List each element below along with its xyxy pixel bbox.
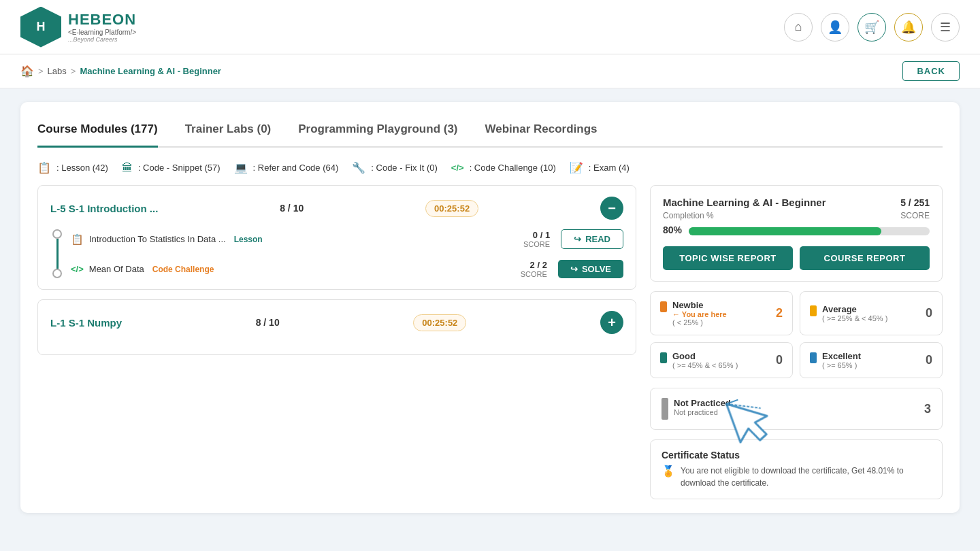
lesson-score: 0 / 1 SCORE: [523, 230, 550, 248]
newbie-flag-icon: [660, 301, 667, 312]
spacer: [663, 238, 930, 246]
challenge-score-label: SCORE: [521, 270, 547, 278]
legend-lesson: 📋 : Lesson (42): [37, 161, 108, 174]
tab-trainer-labs[interactable]: Trainer Labs (0): [185, 116, 272, 148]
read-button[interactable]: ↪ READ: [561, 229, 623, 249]
legend-code-fix-label: : Code - Fix It (0): [371, 163, 438, 173]
newbie-name: Newbie: [672, 300, 727, 310]
timeline-dot-2: [52, 269, 62, 278]
good-range: ( >= 45% & < 65% ): [672, 361, 738, 369]
right-column: Machine Learning & AI - Beginner 5 / 251…: [650, 185, 943, 499]
sub-item-lesson: 📋 Introduction To Statistics In Data ...…: [71, 229, 623, 249]
stat-newbie-info: Newbie ← You are here ( < 25% ): [672, 300, 727, 327]
module-score-l1s1: 8 / 10: [256, 317, 280, 328]
cart-nav-button[interactable]: 🛒: [858, 13, 886, 41]
course-report-button[interactable]: COURSE REPORT: [800, 246, 930, 270]
breadcrumb-labs[interactable]: Labs: [48, 66, 67, 76]
module-card-l1s1: L-1 S-1 Numpy 8 / 10 00:25:52 +: [37, 299, 636, 355]
read-arrow-icon: ↪: [574, 234, 581, 244]
good-name: Good: [672, 351, 738, 361]
collapse-button-l5s1[interactable]: −: [600, 197, 623, 220]
average-name: Average: [822, 304, 887, 314]
tab-programming-playground[interactable]: Programming Playground (3): [298, 116, 457, 148]
legend: 📋 : Lesson (42) 🏛 : Code - Snippet (57) …: [37, 161, 943, 174]
certificate-body: 🏅 You are not eligible to download the c…: [662, 465, 931, 489]
user-nav-button[interactable]: 👤: [821, 13, 849, 41]
tab-webinar-recordings[interactable]: Webinar Recordings: [485, 116, 598, 148]
topic-wise-report-button[interactable]: TOPIC WISE REPORT: [663, 246, 793, 270]
stat-excellent: Excellent ( >= 65% ) 0: [800, 342, 943, 378]
expand-button-l1s1[interactable]: +: [600, 311, 623, 334]
stat-newbie: Newbie ← You are here ( < 25% ) 2: [650, 291, 793, 335]
refer-code-icon: 💻: [234, 161, 248, 174]
legend-code-snippet-label: : Code - Snippet (57): [138, 163, 220, 173]
code-fix-icon: 🔧: [352, 161, 365, 174]
legend-refer-code-label: : Refer and Code (64): [253, 163, 339, 173]
legend-code-challenge: </> : Code Challenge (10): [451, 161, 556, 174]
breadcrumb-sep-2: >: [71, 66, 76, 76]
tab-course-modules[interactable]: Course Modules (177): [37, 116, 158, 148]
progress-pct: 80%: [663, 224, 682, 235]
breadcrumb-current: Machine Learning & AI - Beginner: [80, 66, 221, 76]
course-labels-row: Completion % SCORE: [663, 211, 930, 220]
stat-average-left: Average ( >= 25% & < 45% ): [810, 304, 887, 322]
module-score-l5s1: 8 / 10: [280, 203, 304, 214]
read-label: READ: [585, 234, 610, 244]
not-practiced-flag-icon: [662, 398, 668, 420]
module-header-l5s1: L-5 S-1 Introduction ... 8 / 10 00:25:52…: [50, 197, 623, 220]
not-practiced-card: Not Practiced Not practiced 3: [650, 388, 943, 430]
challenge-item-type: Code Challenge: [152, 265, 214, 274]
challenge-item-title: Mean Of Data: [89, 264, 144, 274]
challenge-score-value: 2 / 2: [521, 260, 547, 270]
good-count: 0: [776, 353, 783, 367]
stat-excellent-info: Excellent ( >= 65% ): [822, 351, 861, 369]
legend-exam: 📝 : Exam (4): [570, 161, 630, 174]
excellent-flag-icon: [810, 352, 817, 363]
excellent-range: ( >= 65% ): [822, 361, 861, 369]
code-challenge-icon: </>: [451, 163, 464, 173]
module-title-l1s1: L-1 S-1 Numpy: [50, 317, 122, 329]
course-info-card: Machine Learning & AI - Beginner 5 / 251…: [650, 185, 943, 282]
legend-code-snippet: 🏛 : Code - Snippet (57): [122, 161, 220, 174]
lesson-icon: 📋: [37, 161, 51, 174]
lesson-item-title: Introduction To Statistics In Data ...: [89, 234, 226, 244]
exam-icon: 📝: [570, 161, 583, 174]
solve-button[interactable]: ↪ SOLVE: [558, 260, 623, 278]
bell-nav-button[interactable]: 🔔: [894, 13, 923, 41]
back-button[interactable]: BACK: [902, 61, 960, 81]
sub-item-challenge-left: </> Mean Of Data Code Challenge: [71, 264, 214, 274]
stat-average-info: Average ( >= 25% & < 45% ): [822, 304, 887, 322]
legend-exam-label: : Exam (4): [589, 163, 630, 173]
menu-nav-button[interactable]: ☰: [931, 13, 960, 41]
breadcrumb: 🏠 > Labs > Machine Learning & AI - Begin…: [20, 65, 221, 78]
logo-area: H HEBEON <E-learning Platform/> ...Beyon…: [20, 7, 136, 48]
stat-newbie-left: Newbie ← You are here ( < 25% ): [660, 300, 727, 327]
timeline-line-1: [56, 239, 59, 269]
progress-bar-fill: [689, 227, 881, 235]
not-practiced-left: Not Practiced Not practiced: [662, 398, 731, 420]
timeline-dot-1: [52, 229, 62, 239]
course-score: 5 / 251: [900, 197, 930, 208]
course-title: Machine Learning & AI - Beginner: [663, 197, 826, 208]
module-header-l1s1: L-1 S-1 Numpy 8 / 10 00:25:52 +: [50, 311, 623, 334]
certificate-card: Certificate Status 🏅 You are not eligibl…: [650, 439, 943, 499]
home-nav-button[interactable]: ⌂: [784, 13, 813, 41]
certificate-text: You are not eligible to download the cer…: [681, 465, 931, 489]
legend-refer-code: 💻 : Refer and Code (64): [234, 161, 339, 174]
challenge-item-actions: 2 / 2 SCORE ↪ SOLVE: [521, 260, 623, 278]
sub-items-list: 📋 Introduction To Statistics In Data ...…: [71, 229, 623, 278]
progress-row: 80%: [663, 224, 930, 238]
code-snippet-icon: 🏛: [122, 162, 133, 174]
average-flag-icon: [810, 305, 817, 316]
breadcrumb-bar: 🏠 > Labs > Machine Learning & AI - Begin…: [0, 54, 980, 88]
module-time-l1s1: 00:25:52: [413, 314, 466, 331]
module-time-l5s1: 00:25:52: [425, 200, 478, 217]
content-card: Course Modules (177) Trainer Labs (0) Pr…: [20, 102, 960, 513]
not-practiced-sub: Not practiced: [674, 408, 731, 416]
report-buttons: TOPIC WISE REPORT COURSE REPORT: [663, 246, 930, 270]
certificate-icon: 🏅: [662, 465, 675, 478]
logo-title: HEBEON: [68, 11, 136, 29]
not-practiced-info: Not Practiced Not practiced: [674, 398, 731, 416]
logo-hex-icon: H: [20, 7, 61, 48]
lesson-item-actions: 0 / 1 SCORE ↪ READ: [523, 229, 623, 249]
